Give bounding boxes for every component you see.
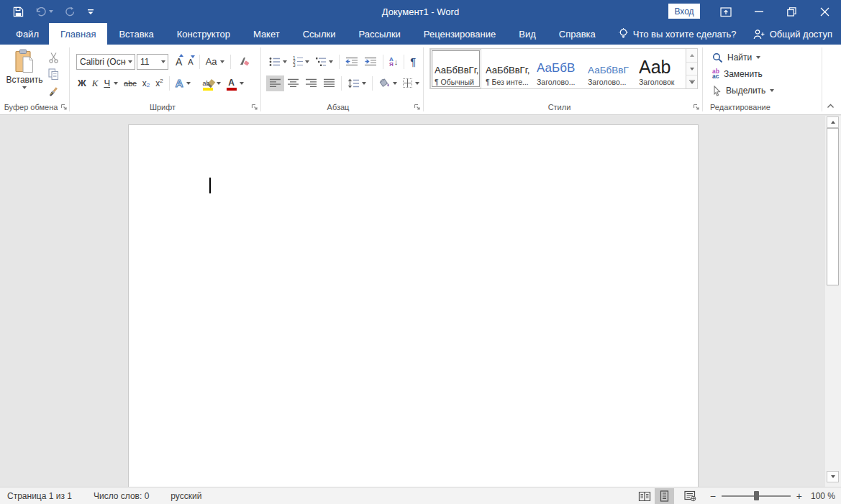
style-normal[interactable]: АаБбВвГг, ¶ Обычный [430,49,481,88]
sort-button[interactable]: АЯ ↓ [386,54,401,70]
web-layout-view-icon[interactable] [681,488,700,504]
zoom-out-button[interactable]: − [710,490,716,502]
scrollbar-thumb[interactable] [827,128,839,285]
italic-button[interactable]: К [89,75,101,91]
replace-button[interactable]: ab ac Заменить [712,67,763,81]
tab-design[interactable]: Конструктор [165,23,242,45]
bold-button[interactable]: Ж [75,75,89,91]
word-count[interactable]: Число слов: 0 [86,487,156,504]
copy-icon[interactable] [45,68,62,81]
document-page[interactable] [128,124,699,487]
tab-references[interactable]: Ссылки [291,23,347,45]
zoom-in-button[interactable]: + [796,490,802,502]
customize-qat-icon[interactable] [87,9,94,15]
style-heading1[interactable]: АаБбВ Заголово... [532,49,583,88]
align-left-button[interactable] [266,75,284,91]
paste-dropdown-arrow-icon[interactable] [22,86,27,89]
line-spacing-button[interactable] [345,75,369,91]
tab-help[interactable]: Справка [547,23,607,45]
read-mode-view-icon[interactable] [635,488,655,504]
redo-icon[interactable] [65,6,76,17]
find-dropdown-icon[interactable] [756,56,760,59]
decrease-indent-button[interactable] [342,54,361,70]
style-no-spacing[interactable]: АаБбВвГг, ¶ Без инте... [481,49,532,88]
multilevel-dropdown-icon[interactable] [329,60,333,63]
superscript-button[interactable]: x2 [153,75,165,91]
shrink-font-button[interactable]: A [185,54,196,70]
justify-button[interactable] [320,75,338,91]
close-button[interactable] [817,5,832,18]
paragraph-dialog-launcher-icon[interactable] [413,103,422,111]
font-size-combo[interactable]: 11 [137,54,168,70]
cut-icon[interactable] [45,50,62,64]
style-title[interactable]: Aab Заголовок [635,49,686,88]
line-spacing-dropdown-icon[interactable] [362,82,366,85]
collapse-ribbon-icon[interactable] [824,101,836,111]
styles-more-icon[interactable] [686,75,697,88]
underline-dropdown-icon[interactable] [114,82,118,85]
borders-button[interactable] [400,75,422,91]
font-dialog-launcher-icon[interactable] [250,103,259,111]
paste-button[interactable]: Вставить [7,49,42,102]
shading-button[interactable] [376,75,400,91]
scroll-down-icon[interactable] [827,471,839,482]
zoom-slider[interactable] [722,495,791,497]
numbering-dropdown-icon[interactable] [305,60,309,63]
format-painter-icon[interactable] [45,85,62,98]
highlight-color-button[interactable]: ab [200,75,224,91]
select-dropdown-icon[interactable] [770,89,774,92]
font-color-button[interactable]: А [224,75,247,91]
sign-in-button[interactable]: Вход [668,4,700,19]
bullets-button[interactable] [266,54,290,70]
tell-me-box[interactable]: Что вы хотите сделать? [619,23,737,45]
bullets-dropdown-icon[interactable] [283,60,287,63]
undo-icon[interactable] [35,7,53,17]
style-heading2[interactable]: АаБбВвГ Заголово... [583,49,635,88]
numbering-button[interactable]: 1 2 3 [290,54,312,70]
change-case-button[interactable]: Aa [203,54,227,70]
print-layout-view-icon[interactable] [655,488,674,504]
clipboard-dialog-launcher-icon[interactable] [60,103,68,111]
tab-insert[interactable]: Вставка [107,23,165,45]
styles-scroll-up-icon[interactable] [686,49,697,63]
scroll-up-icon[interactable] [827,116,839,128]
align-right-button[interactable] [302,75,320,91]
tab-file[interactable]: Файл [6,23,49,45]
borders-dropdown-icon[interactable] [415,82,419,85]
increase-indent-button[interactable] [361,54,380,70]
tab-review[interactable]: Рецензирование [412,23,507,45]
styles-scroll-down-icon[interactable] [686,63,697,76]
text-effects-button[interactable]: А [173,75,194,91]
tab-mailings[interactable]: Рассылки [347,23,412,45]
styles-dialog-launcher-icon[interactable] [692,103,701,111]
shading-dropdown-icon[interactable] [393,82,397,85]
ribbon-display-options-icon[interactable] [719,5,733,18]
font-name-dropdown-icon[interactable] [126,55,135,69]
subscript-button[interactable]: x2 [140,75,153,91]
zoom-percentage[interactable]: 100 % [806,491,835,501]
align-center-button[interactable] [284,75,302,91]
zoom-slider-thumb[interactable] [754,491,759,500]
find-button[interactable]: Найти [712,50,760,65]
show-paragraph-marks-button[interactable]: ¶ [407,54,419,70]
underline-button[interactable]: Ч [101,75,113,91]
select-button[interactable]: Выделить [712,83,774,98]
strikethrough-button[interactable]: abc [121,75,140,91]
vertical-scrollbar[interactable] [825,116,841,487]
grow-font-button[interactable]: A [173,54,185,70]
restore-button[interactable] [784,5,799,18]
tab-layout[interactable]: Макет [242,23,291,45]
tab-view[interactable]: Вид [507,23,547,45]
ribbon: Вставить Буфер обмена Calibri (Осно 11 A… [0,45,841,115]
save-icon[interactable] [13,6,24,17]
clear-formatting-button[interactable] [234,54,253,70]
font-size-dropdown-icon[interactable] [158,55,168,69]
language-status[interactable]: русский [163,487,209,504]
undo-dropdown-arrow-icon[interactable] [49,10,53,13]
tab-home[interactable]: Главная [49,23,107,45]
page-count[interactable]: Страница 1 из 1 [0,487,79,504]
minimize-button[interactable] [752,5,766,18]
font-name-combo[interactable]: Calibri (Осно [76,54,135,70]
multilevel-list-button[interactable] [312,54,336,70]
share-button[interactable]: Общий доступ [753,23,832,45]
